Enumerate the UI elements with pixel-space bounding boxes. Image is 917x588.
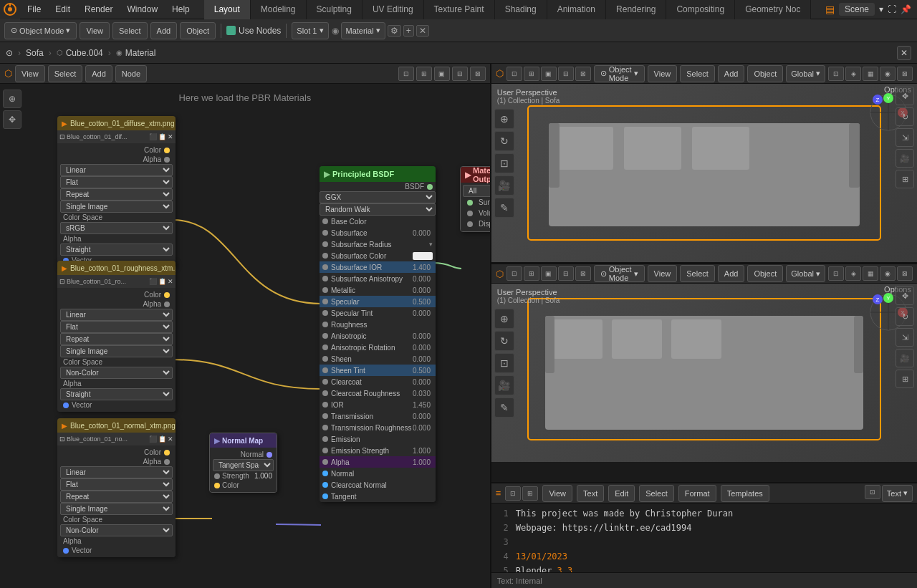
vt-gizmo-scale[interactable]: ⇲ [896,128,914,147]
vb-icon-2[interactable]: ⊞ [524,266,539,281]
vb-object-btn[interactable]: Object [747,265,783,282]
roughness-cs-dropdown[interactable]: Non-Color [60,367,173,379]
menu-file[interactable]: File [20,0,48,19]
nt-icon2[interactable]: ⬛ [149,435,157,443]
breadcrumb-cube[interactable]: Cube.004 [66,48,103,58]
normal-dd2[interactable]: Flat [60,478,173,491]
vt-add-btn[interactable]: Add [718,65,745,82]
ne-icon-3[interactable]: ▣ [434,67,450,81]
roughness-alpha-dropdown[interactable]: Straight [60,388,173,400]
rt-close[interactable]: ✕ [168,278,173,285]
te-icon-2[interactable]: ⊞ [522,486,538,501]
breadcrumb-material[interactable]: Material [125,48,156,58]
normal-dd3[interactable]: Repeat [60,491,173,503]
diffuse-cs-dropdown[interactable]: sRGB [60,222,173,234]
dt-icon2[interactable]: ⬛ [149,133,157,140]
select-btn[interactable]: Select [112,22,148,39]
viewport-bottom-canvas[interactable]: User Perspective (1) Collection | Sofa O… [491,284,917,462]
ne-select-btn[interactable]: Select [48,65,83,82]
vb-overlay-5[interactable]: ⊠ [897,266,913,281]
vt-icon-5[interactable]: ⊠ [575,67,591,81]
vb-cursor-gizmo[interactable]: ⊕ [494,309,514,329]
view-btn[interactable]: View [80,22,110,39]
vb-gizmo-move[interactable]: ✥ [896,286,914,305]
te-icon-1[interactable]: ⊡ [505,486,521,501]
use-nodes-check[interactable]: Use Nodes [226,26,281,36]
breadcrumb-close-btn[interactable]: ✕ [897,46,911,60]
rt-icon1[interactable]: ⊡ [59,278,65,285]
add-btn[interactable]: Add [150,22,178,39]
menu-render[interactable]: Render [77,0,120,19]
ne-icon-1[interactable]: ⊡ [398,67,414,81]
rt-icon3[interactable]: 📋 [158,278,166,285]
breadcrumb-sofa[interactable]: Sofa [26,48,44,58]
vb-overlay-2[interactable]: ◈ [845,266,861,281]
vb-gizmo-rotate[interactable]: ↻ [896,307,914,326]
diffuse-dd2[interactable]: Flat [60,176,173,188]
menu-window[interactable]: Window [120,0,165,19]
vt-overlay-1[interactable]: ⊡ [828,67,844,81]
te-view-btn[interactable]: View [542,485,572,502]
te-internal-dropdown[interactable]: Text ▾ [882,485,913,502]
menu-help[interactable]: Help [165,0,197,19]
material-dropdown[interactable]: Material ▾ [341,22,385,39]
roughness-dd2[interactable]: Flat [60,321,173,333]
vb-zoom-gizmo[interactable]: ⊡ [494,353,514,373]
vt-overlay-2[interactable]: ◈ [845,67,861,81]
ne-icon-2[interactable]: ⊞ [416,67,432,81]
ne-add-btn[interactable]: Add [85,65,112,82]
te-mode-1[interactable]: ⊡ [865,485,880,499]
workspace-tab-uv[interactable]: UV Editing [363,0,424,19]
vt-select-btn[interactable]: Select [680,65,715,82]
diffuse-dd3[interactable]: Repeat [60,188,173,201]
slot-dropdown[interactable]: Slot 1 ▾ [292,22,328,39]
vt-overlay-3[interactable]: ▦ [863,67,878,81]
fullscreen-icon[interactable]: ⛶ [888,4,896,14]
diffuse-alpha-dropdown[interactable]: Straight [60,244,173,256]
object-type-dropdown[interactable]: ⊙ Object Mode ▾ [4,22,77,39]
te-format-btn[interactable]: Format [678,485,716,502]
dt-icon1[interactable]: ⊡ [59,133,65,140]
mo-all-dropdown[interactable]: All [463,185,491,197]
vt-overlay-5[interactable]: ⊠ [897,67,913,81]
viewport-top-canvas[interactable]: User Perspective (1) Collection | Sofa O… [491,84,917,262]
workspace-tab-compositing[interactable]: Compositing [666,0,735,19]
nm-space-dropdown[interactable]: Tangent Space [213,459,274,471]
mat-btn-1[interactable]: ⚙ [388,25,401,37]
ne-icon-5[interactable]: ⊠ [470,67,486,81]
vb-overlay-4[interactable]: ◉ [880,266,896,281]
pin-icon[interactable]: 📌 [901,4,911,14]
vb-view-btn[interactable]: View [648,265,678,282]
vb-overlay-1[interactable]: ⊡ [828,266,844,281]
vt-icon-4[interactable]: ⊟ [558,67,574,81]
vt-cam-gizmo[interactable]: 🎥 [494,175,514,196]
vb-orbit-gizmo[interactable]: ↻ [494,331,514,351]
menu-edit[interactable]: Edit [48,0,77,19]
vt-view-btn[interactable]: View [648,65,678,82]
vb-icon-4[interactable]: ⊟ [558,266,574,281]
vb-add-btn[interactable]: Add [718,265,745,282]
workspace-tab-rendering[interactable]: Rendering [606,0,666,19]
vt-gizmo-move[interactable]: ✥ [896,87,914,105]
object-btn[interactable]: Object [180,22,216,39]
vt-gizmo-grid[interactable]: ⊞ [896,170,914,188]
workspace-tab-animation[interactable]: Animation [547,0,606,19]
vb-global-dropdown[interactable]: Global ▾ [786,265,825,282]
vb-gizmo-scale[interactable]: ⇲ [896,328,914,347]
vt-object-btn[interactable]: Object [747,65,783,82]
te-edit-btn[interactable]: Edit [608,485,635,502]
bsdf-dist-dropdown[interactable]: GGX [320,191,436,203]
vt-global-dropdown[interactable]: Global ▾ [786,65,825,82]
vt-gizmo-camera[interactable]: 🎥 [896,149,914,168]
workspace-tab-geometry[interactable]: Geometry Noc [735,0,811,19]
normal-dd4[interactable]: Single Image [60,503,173,515]
roughness-dd1[interactable]: Linear [60,309,173,321]
roughness-dd3[interactable]: Repeat [60,333,173,345]
vb-gizmo-camera[interactable]: 🎥 [896,349,914,367]
bsdf-method-dropdown[interactable]: Random Walk [320,203,436,216]
vb-overlay-3[interactable]: ▦ [863,266,878,281]
nel-move[interactable]: ✥ [3,110,21,129]
vb-gizmo-grid[interactable]: ⊞ [896,370,914,388]
diffuse-dd1[interactable]: Linear [60,164,173,176]
vt-object-mode[interactable]: ⊙ Object Mode ▾ [594,65,645,82]
